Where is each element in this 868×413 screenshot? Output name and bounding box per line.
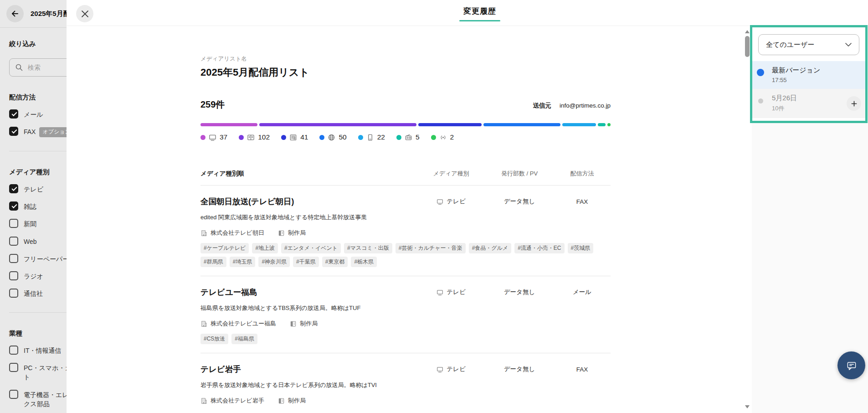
company-name: 株式会社テレビ朝日 bbox=[211, 229, 264, 237]
tag: #CS放送 bbox=[200, 334, 228, 344]
legend-item-web: 50 bbox=[319, 133, 346, 141]
circulation-value: データ無し bbox=[485, 288, 554, 296]
header-sort-order[interactable]: メディア種別順 bbox=[200, 170, 417, 178]
version-item-previous[interactable]: 5月26日 10件 bbox=[752, 89, 865, 118]
checkbox-label: 新聞 bbox=[24, 219, 36, 228]
close-button[interactable] bbox=[76, 5, 93, 22]
company-name: 株式会社テレビ岩手 bbox=[211, 397, 264, 405]
department-name: 制作局 bbox=[288, 229, 306, 237]
wire-dot bbox=[431, 135, 436, 140]
media-type-legend: 37 102 41 50 22 bbox=[200, 133, 611, 141]
back-button[interactable] bbox=[6, 5, 24, 22]
chat-bubble-icon bbox=[845, 359, 858, 372]
chat-support-button[interactable] bbox=[837, 351, 865, 379]
building-icon bbox=[200, 320, 207, 327]
plus-icon bbox=[851, 100, 858, 107]
checkbox[interactable] bbox=[9, 346, 18, 355]
close-icon bbox=[82, 10, 88, 17]
checkbox[interactable] bbox=[9, 289, 18, 298]
version-title: 最新バージョン bbox=[772, 66, 859, 75]
checkbox[interactable] bbox=[9, 271, 18, 280]
media-name: テレビユー福島 bbox=[200, 287, 417, 298]
freepaper-count: 22 bbox=[377, 133, 385, 141]
department-icon bbox=[278, 398, 285, 404]
table-row[interactable]: テレビ岩手 テレビ データ無し FAX 岩手県を放送対象地域とする日本テレビ系列… bbox=[200, 353, 611, 413]
search-icon bbox=[15, 63, 23, 72]
delivery-value: FAX bbox=[554, 366, 611, 373]
tag: #地上波 bbox=[252, 243, 278, 253]
user-filter-select[interactable]: 全てのユーザー bbox=[758, 34, 859, 55]
magazine-dot bbox=[239, 135, 244, 140]
tag: #栃木県 bbox=[351, 257, 377, 267]
media-description: edited 関東広域圏を放送対象地域とする特定地上基幹放送事業 bbox=[200, 213, 611, 222]
legend-item-magazine: 102 bbox=[239, 133, 270, 141]
tag: #エンタメ・イベント bbox=[281, 243, 341, 253]
freepaper-icon bbox=[366, 134, 374, 141]
chevron-down-icon bbox=[845, 43, 852, 46]
media-list-document: メディアリスト名 2025年5月配信用リスト 259件 送信元 info@prt… bbox=[200, 0, 611, 413]
web-icon bbox=[328, 134, 335, 141]
previous-version-dot bbox=[758, 98, 763, 103]
scrollbar-thumb[interactable] bbox=[745, 36, 750, 57]
radio-icon bbox=[405, 134, 412, 141]
media-list-name-label: メディアリスト名 bbox=[200, 55, 611, 63]
delivery-value: メール bbox=[554, 288, 611, 296]
delivery-value: FAX bbox=[554, 198, 611, 205]
checkbox[interactable] bbox=[9, 109, 18, 119]
tag: #食品・グルメ bbox=[469, 243, 512, 253]
tv-icon bbox=[437, 289, 443, 296]
version-item-latest[interactable]: 最新バージョン 17:55 bbox=[752, 61, 865, 89]
checkbox[interactable] bbox=[9, 219, 18, 228]
user-filter-value: 全てのユーザー bbox=[766, 41, 814, 49]
building-icon bbox=[200, 230, 207, 237]
checkbox[interactable] bbox=[9, 127, 18, 136]
wire-count: 2 bbox=[450, 133, 454, 141]
media-description: 福島県を放送対象地域とするTBS系列の放送局。略称はTUF bbox=[200, 304, 611, 312]
media-name: テレビ岩手 bbox=[200, 364, 417, 375]
media-type-distribution-bar bbox=[200, 123, 611, 126]
checkbox-label: FAX bbox=[24, 128, 36, 135]
tv-dot bbox=[200, 135, 205, 140]
checkbox[interactable] bbox=[9, 254, 18, 263]
header-media-type: メディア種別 bbox=[417, 170, 485, 178]
tag-list: #ケーブルテレビ#地上波#エンタメ・イベント#マスコミ・出版#芸術・カルチャー・… bbox=[200, 243, 611, 267]
magazine-icon bbox=[247, 134, 255, 141]
expand-version-button[interactable] bbox=[847, 96, 861, 111]
checkbox[interactable] bbox=[9, 390, 18, 399]
distribution-segment bbox=[200, 123, 257, 126]
legend-item-newspaper: 41 bbox=[281, 133, 308, 141]
checkbox[interactable] bbox=[9, 184, 18, 193]
checkbox[interactable] bbox=[9, 237, 18, 246]
department-name: 制作局 bbox=[300, 320, 318, 328]
arrow-left-icon bbox=[11, 10, 19, 18]
table-header-row: メディア種別順 メディア種別 発行部数 / PV 配信方法 bbox=[200, 170, 611, 186]
table-row[interactable]: テレビユー福島 テレビ データ無し メール 福島県を放送対象地域とするTBS系列… bbox=[200, 276, 611, 353]
circulation-value: データ無し bbox=[485, 365, 554, 373]
version-timestamp: 17:55 bbox=[772, 77, 859, 83]
department-icon bbox=[278, 230, 285, 237]
version-list: 最新バージョン 17:55 5月26日 10件 bbox=[752, 61, 865, 118]
circulation-value: データ無し bbox=[485, 197, 554, 206]
newspaper-icon bbox=[289, 134, 297, 141]
checkbox-label: 通信社 bbox=[24, 289, 43, 298]
table-row[interactable]: 全国朝日放送(テレビ朝日) テレビ データ無し FAX edited 関東広域圏… bbox=[200, 186, 611, 276]
tag: #茨城県 bbox=[568, 243, 594, 253]
checkbox[interactable] bbox=[9, 201, 18, 211]
checkbox[interactable] bbox=[9, 363, 18, 372]
media-type-value: テレビ bbox=[447, 288, 465, 296]
checkbox-label: Web bbox=[24, 237, 37, 246]
checkbox-label: ラジオ bbox=[24, 271, 43, 281]
checkbox-label: 雑誌 bbox=[24, 201, 36, 211]
web-dot bbox=[319, 135, 324, 140]
tag: #芸術・カルチャー・音楽 bbox=[395, 243, 466, 253]
checkbox-label: テレビ bbox=[24, 184, 43, 194]
tag: #ケーブルテレビ bbox=[200, 243, 249, 253]
building-icon bbox=[200, 398, 207, 404]
tag-list: #CS放送#福島県 bbox=[200, 334, 611, 344]
newspaper-dot bbox=[281, 135, 286, 140]
version-title: 5月26日 bbox=[772, 94, 859, 103]
scroll-down-icon[interactable] bbox=[745, 405, 750, 408]
distribution-segment bbox=[607, 123, 611, 126]
tv-icon bbox=[437, 366, 443, 373]
scroll-up-icon[interactable] bbox=[745, 30, 750, 33]
